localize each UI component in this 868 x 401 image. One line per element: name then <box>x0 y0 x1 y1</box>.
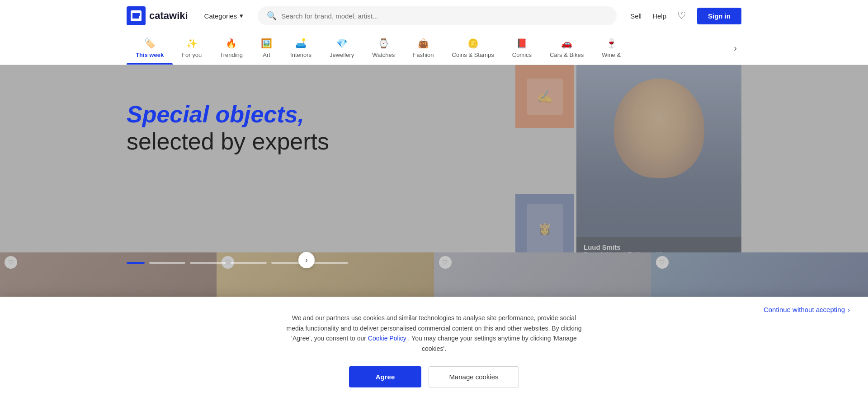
manage-cookies-button[interactable]: Manage cookies <box>429 366 519 387</box>
nav-label-watches: Watches <box>372 51 395 58</box>
cookie-policy-link[interactable]: Cookie Policy <box>368 335 406 342</box>
trending-icon: 🔥 <box>226 38 237 49</box>
hero-title-black: selected by experts <box>127 128 329 155</box>
svg-rect-1 <box>136 13 140 16</box>
help-button[interactable]: Help <box>652 12 666 20</box>
comics-icon: 📕 <box>516 38 528 49</box>
logo-text: catawiki <box>149 10 188 22</box>
nav-item-trending[interactable]: 🔥 Trending <box>211 32 252 65</box>
site-header: catawiki Categories ▾ 🔍 Sell Help ♡ Sign… <box>0 0 868 32</box>
jewellery-icon: 💎 <box>336 38 348 49</box>
hero-text: Special objects, selected by experts <box>127 101 329 155</box>
for-you-icon: ✨ <box>186 38 198 49</box>
nav-label-art: Art <box>263 51 270 58</box>
cookie-content: We and our partners use cookies and simi… <box>276 297 592 401</box>
nav-item-cars-bikes[interactable]: 🚗 Cars & Bikes <box>541 32 593 65</box>
logo-link[interactable]: catawiki <box>127 6 188 25</box>
cookie-banner: Continue without accepting › We and our … <box>0 297 868 401</box>
nav-label-for-you: For you <box>182 51 202 58</box>
pagination-dot-3[interactable] <box>190 262 226 264</box>
nav-item-comics[interactable]: 📕 Comics <box>503 32 541 65</box>
wine-icon: 🍷 <box>606 38 617 49</box>
pagination-dot-2[interactable] <box>149 262 185 264</box>
art-icon: 🖼️ <box>261 38 272 49</box>
nav-item-interiors[interactable]: 🛋️ Interiors <box>281 32 321 65</box>
nav-scroll-right-icon[interactable]: › <box>729 37 741 60</box>
fashion-icon: 👜 <box>418 38 429 49</box>
categories-button[interactable]: Categories ▾ <box>199 8 249 23</box>
nav-label-jewellery: Jewellery <box>330 51 354 58</box>
search-icon: 🔍 <box>267 11 277 21</box>
hero-pagination <box>127 262 348 264</box>
categories-label: Categories <box>204 12 237 20</box>
nav-item-fashion[interactable]: 👜 Fashion <box>404 32 443 65</box>
header-actions: Sell Help ♡ Sign in <box>630 8 741 24</box>
pagination-dot-4[interactable] <box>231 262 267 264</box>
pagination-dot-6[interactable] <box>312 262 348 264</box>
nav-label-wine: Wine & <box>602 51 621 58</box>
wishlist-icon[interactable]: ♡ <box>677 10 686 22</box>
nav-label-this-week: This week <box>136 51 164 58</box>
continue-without-button[interactable]: Continue without accepting › <box>764 306 850 313</box>
nav-label-coins-stamps: Coins & Stamps <box>452 51 494 58</box>
nav-label-comics: Comics <box>512 51 532 58</box>
chevron-down-icon: ▾ <box>240 12 243 20</box>
hero-title-blue: Special objects, <box>127 101 329 128</box>
sign-in-button[interactable]: Sign in <box>697 8 741 24</box>
cookie-buttons: Agree Manage cookies <box>285 366 583 387</box>
nav-label-fashion: Fashion <box>413 51 434 58</box>
nav-label-cars-bikes: Cars & Bikes <box>550 51 584 58</box>
nav-item-wine[interactable]: 🍷 Wine & <box>593 32 630 65</box>
search-bar: 🔍 <box>258 6 617 25</box>
nav-label-trending: Trending <box>220 51 243 58</box>
nav-item-watches[interactable]: ⌚ Watches <box>363 32 404 65</box>
search-input[interactable] <box>281 12 608 20</box>
nav-item-for-you[interactable]: ✨ For you <box>173 32 211 65</box>
hero-next-button[interactable]: › <box>298 252 315 268</box>
nav-item-jewellery[interactable]: 💎 Jewellery <box>321 32 363 65</box>
coins-stamps-icon: 🪙 <box>467 38 479 49</box>
watches-icon: ⌚ <box>378 38 389 49</box>
chevron-right-icon: › <box>848 306 850 313</box>
category-nav: 🏷️ This week ✨ For you 🔥 Trending 🖼️ Art… <box>0 32 868 65</box>
logo-icon <box>127 6 146 25</box>
continue-without-label: Continue without accepting <box>764 306 845 313</box>
nav-item-coins-stamps[interactable]: 🪙 Coins & Stamps <box>443 32 503 65</box>
interiors-icon: 🛋️ <box>295 38 307 49</box>
cars-bikes-icon: 🚗 <box>561 38 572 49</box>
this-week-icon: 🏷️ <box>144 38 156 49</box>
nav-item-this-week[interactable]: 🏷️ This week <box>127 32 173 65</box>
nav-label-interiors: Interiors <box>290 51 311 58</box>
cookie-text: We and our partners use cookies and simi… <box>285 313 583 354</box>
nav-item-art[interactable]: 🖼️ Art <box>252 32 281 65</box>
pagination-dot-1[interactable] <box>127 262 145 264</box>
hero-section: Special objects, selected by experts › ✍… <box>0 65 868 309</box>
sell-button[interactable]: Sell <box>630 12 642 20</box>
agree-button[interactable]: Agree <box>349 366 421 387</box>
